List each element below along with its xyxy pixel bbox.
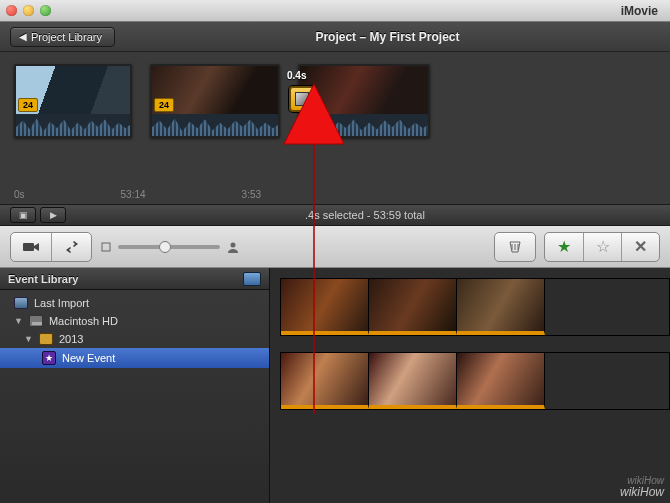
filmstrip-frame[interactable] xyxy=(369,279,457,335)
drive-icon xyxy=(29,315,43,327)
project-timeline[interactable]: 24 24 24 0.4s 0s 53:14 3:53 xyxy=(0,52,670,204)
camera-icon xyxy=(22,240,40,254)
clip-waveform xyxy=(300,114,428,136)
sidebar-item-label: Macintosh HD xyxy=(49,315,118,327)
event-browser[interactable] xyxy=(270,268,670,503)
unmark-button[interactable]: ☆ xyxy=(583,233,621,261)
star-outline-icon: ☆ xyxy=(596,237,610,256)
sidebar-item-new-event[interactable]: ★ New Event xyxy=(0,348,269,368)
timeline-clip[interactable]: 24 xyxy=(14,64,132,138)
clip-fps-badge: 24 xyxy=(154,98,174,112)
keyword-button[interactable] xyxy=(495,233,535,261)
slider-thumb[interactable] xyxy=(159,241,171,253)
project-status-bar: ▣ ▶ .4s selected - 53:59 total xyxy=(0,204,670,226)
filmstrip-frame[interactable] xyxy=(457,279,545,335)
sidebar-item-label: 2013 xyxy=(59,333,83,345)
watermark-text: wikiHow xyxy=(620,475,664,486)
sidebar-item-label: New Event xyxy=(62,352,115,364)
close-window-button[interactable] xyxy=(6,5,17,16)
filmstrip-frame[interactable] xyxy=(457,353,545,409)
swap-icon xyxy=(64,240,80,254)
sidebar-item-macintosh-hd[interactable]: ▼ Macintosh HD xyxy=(0,312,269,330)
disclosure-triangle-icon[interactable]: ▼ xyxy=(14,316,23,326)
svg-rect-0 xyxy=(23,243,34,251)
filmstrip-frame[interactable] xyxy=(281,353,369,409)
timeline-clip[interactable]: 24 xyxy=(298,64,430,138)
minimize-window-button[interactable] xyxy=(23,5,34,16)
app-title: iMovie xyxy=(51,4,664,18)
shred-icon xyxy=(507,239,523,255)
lower-pane: Event Library Last Import ▼ Macintosh HD… xyxy=(0,268,670,503)
timeline-clips: 24 24 24 xyxy=(14,64,670,138)
event-library-list: Last Import ▼ Macintosh HD ▼ 2013 ★ New … xyxy=(0,290,269,372)
project-header: ◀ Project Library Project – My First Pro… xyxy=(0,22,670,52)
reject-button[interactable]: ✕ xyxy=(621,233,659,261)
thumb-small-icon xyxy=(100,241,112,253)
project-library-label: Project Library xyxy=(31,31,102,43)
clip-fps-badge: 24 xyxy=(18,98,38,112)
disclosure-triangle-icon[interactable]: ▼ xyxy=(24,334,33,344)
event-library-title: Event Library xyxy=(8,273,78,285)
window-traffic-lights xyxy=(6,5,51,16)
drive-indicator-icon xyxy=(243,272,261,286)
slider-track[interactable] xyxy=(118,245,220,249)
sidebar-item-last-import[interactable]: Last Import xyxy=(0,294,269,312)
misc-group xyxy=(494,232,536,262)
swap-layout-button[interactable] xyxy=(51,233,91,261)
imovie-window: iMovie ◀ Project Library Project – My Fi… xyxy=(0,0,670,503)
import-icon xyxy=(14,297,28,309)
import-swap-group xyxy=(10,232,92,262)
mark-favorite-button[interactable]: ★ xyxy=(545,233,583,261)
calendar-icon xyxy=(39,333,53,345)
title-bar: iMovie xyxy=(0,0,670,22)
zoom-window-button[interactable] xyxy=(40,5,51,16)
event-library-header: Event Library xyxy=(0,268,269,290)
transition-duration-label: 0.4s xyxy=(287,70,306,81)
clip-waveform xyxy=(152,114,278,136)
project-title: Project – My First Project xyxy=(115,30,660,44)
event-star-icon: ★ xyxy=(42,351,56,365)
project-library-button[interactable]: ◀ Project Library xyxy=(10,27,115,47)
sidebar-item-label: Last Import xyxy=(34,297,89,309)
center-toolbar: ★ ☆ ✕ xyxy=(0,226,670,268)
event-filmstrip[interactable] xyxy=(280,278,670,336)
x-icon: ✕ xyxy=(634,237,647,256)
clip-start-time: 3:53 xyxy=(242,189,261,200)
clip-waveform xyxy=(16,114,130,136)
transition-marker[interactable] xyxy=(289,86,315,112)
timeline-clip[interactable]: 24 xyxy=(150,64,280,138)
event-library-sidebar: Event Library Last Import ▼ Macintosh HD… xyxy=(0,268,270,503)
watermark-text: wikiHow xyxy=(620,486,664,499)
camera-import-button[interactable] xyxy=(11,233,51,261)
chevron-left-icon: ◀ xyxy=(19,31,27,42)
filmstrip-frame[interactable] xyxy=(281,279,369,335)
person-icon xyxy=(226,241,240,253)
timeline-timecodes: 0s 53:14 3:53 xyxy=(14,189,660,200)
sidebar-item-year[interactable]: ▼ 2013 xyxy=(0,330,269,348)
selection-status: .4s selected - 53:59 total xyxy=(70,209,660,221)
transition-icon xyxy=(295,92,309,106)
star-filled-icon: ★ xyxy=(557,237,571,256)
play-button[interactable]: ▶ xyxy=(40,207,66,223)
play-fullscreen-button[interactable]: ▣ xyxy=(10,207,36,223)
svg-rect-1 xyxy=(102,243,110,251)
favorite-reject-group: ★ ☆ ✕ xyxy=(544,232,660,262)
thumbnail-size-slider[interactable] xyxy=(100,241,240,253)
clip-start-time: 53:14 xyxy=(121,189,146,200)
clip-start-time: 0s xyxy=(14,189,25,200)
filmstrip-frame[interactable] xyxy=(369,353,457,409)
event-filmstrip[interactable] xyxy=(280,352,670,410)
svg-point-2 xyxy=(231,242,236,247)
watermark: wikiHow wikiHow xyxy=(620,475,664,499)
